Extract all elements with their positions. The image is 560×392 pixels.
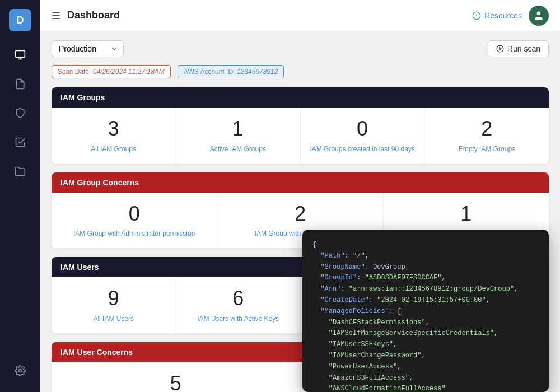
stat-user-not-logged-in: 5 IAM User has not logged in last 90 day… xyxy=(52,362,301,392)
stat-active-iam-groups: 1 Active IAM Groups xyxy=(176,108,300,164)
app-header: ☰ Dashboard Resources xyxy=(40,0,560,31)
iam-groups-body: 3 All IAM Groups 1 Active IAM Groups 0 I… xyxy=(52,108,549,164)
svg-point-7 xyxy=(537,11,541,15)
sidebar-item-settings[interactable] xyxy=(8,358,32,383)
stat-empty-iam-groups: 2 Empty IAM Groups xyxy=(425,108,549,164)
run-scan-button[interactable]: Run scan xyxy=(488,40,549,57)
stat-all-iam-users: 9 All IAM Users xyxy=(52,277,176,333)
scan-info-bar: Scan Date: 04/26/2024 11:27:18AM AWS Acc… xyxy=(52,65,549,78)
all-iam-groups-link[interactable]: All IAM Groups xyxy=(91,145,136,153)
info-icon xyxy=(472,11,481,20)
main-content: ☰ Dashboard Resources Production Staging… xyxy=(40,0,560,392)
all-iam-users-link[interactable]: All IAM Users xyxy=(93,315,134,323)
json-line-7: "ManagedPolicies": [ xyxy=(312,306,539,318)
iam-group-concerns-header: IAM Group Concerns xyxy=(52,172,549,193)
stat-iam-users-active-keys: 6 IAM Users with Active Keys xyxy=(176,277,301,333)
json-line-12: "PowerUserAccess", xyxy=(312,362,539,373)
json-line-10: "IAMUserSSHKeys", xyxy=(312,339,539,351)
json-line-4: "GroupId": "ASD8SDAF07FSDCCAF", xyxy=(312,273,539,284)
json-line-14: "AWSCloudFormationFullAccess" xyxy=(312,384,539,392)
scan-date-badge: Scan Date: 04/26/2024 11:27:18AM xyxy=(52,65,171,78)
empty-iam-groups-link[interactable]: Empty IAM Groups xyxy=(459,145,515,153)
aws-account-badge: AWS Account ID: 12345678912 xyxy=(178,65,284,78)
json-detail-popup: { "Path": "/", "GroupName": DevGroup, "G… xyxy=(302,230,549,392)
sidebar: D xyxy=(0,0,40,392)
menu-icon[interactable]: ☰ xyxy=(52,10,60,22)
json-line-8: "DashCFStackPermissions", xyxy=(312,318,539,329)
json-line-9: "IAMSelfManageServiceSpecificCredentials… xyxy=(312,328,539,339)
iam-groups-section: IAM Groups 3 All IAM Groups 1 Active IAM… xyxy=(52,87,549,164)
sidebar-item-folder[interactable] xyxy=(8,159,32,184)
stat-iam-admin-permission: 0 IAM Group with Administrator permissio… xyxy=(52,193,217,249)
toolbar: Production Staging Development Run scan xyxy=(52,40,549,57)
active-iam-groups-link[interactable]: Active IAM Groups xyxy=(210,145,266,153)
sidebar-item-files[interactable] xyxy=(8,72,32,96)
svg-marker-9 xyxy=(500,48,502,50)
resources-link[interactable]: Resources xyxy=(472,11,522,20)
json-line-1: { xyxy=(312,240,539,251)
json-line-3: "GroupName": DevGroup, xyxy=(312,262,539,273)
dashboard-content: Production Staging Development Run scan … xyxy=(40,31,560,392)
iam-admin-permission-link[interactable]: IAM Group with Administrator permission xyxy=(73,230,195,237)
environment-select[interactable]: Production Staging Development xyxy=(52,40,124,57)
json-line-5: "Arn": "arn:aws:iam::12345678912:group/D… xyxy=(312,284,539,295)
iam-users-active-keys-link[interactable]: IAM Users with Active Keys xyxy=(197,315,279,323)
sidebar-item-shield[interactable] xyxy=(8,101,32,125)
json-line-11: "IAMUserChangePassword", xyxy=(312,351,539,362)
json-line-13: "AmazonS3FullAccess", xyxy=(312,373,539,384)
iam-groups-90days-link[interactable]: IAM Groups created in last 90 days xyxy=(310,145,414,153)
stat-iam-groups-90days: 0 IAM Groups created in last 90 days xyxy=(301,108,425,164)
page-title: Dashboard xyxy=(67,10,465,21)
json-line-2: "Path": "/", xyxy=(312,251,539,262)
json-line-6: "CreateDate": "2024-02-19T15:31:57+00:00… xyxy=(312,295,539,306)
avatar xyxy=(529,6,549,26)
play-icon xyxy=(496,45,504,53)
user-icon xyxy=(533,10,544,21)
svg-point-3 xyxy=(19,370,22,372)
svg-rect-0 xyxy=(16,51,25,58)
stat-all-iam-groups: 3 All IAM Groups xyxy=(52,108,176,164)
svg-point-8 xyxy=(497,45,503,52)
sidebar-logo: D xyxy=(9,9,31,31)
iam-groups-header: IAM Groups xyxy=(52,87,549,108)
sidebar-item-check[interactable] xyxy=(8,130,32,155)
sidebar-item-monitor[interactable] xyxy=(8,43,32,67)
